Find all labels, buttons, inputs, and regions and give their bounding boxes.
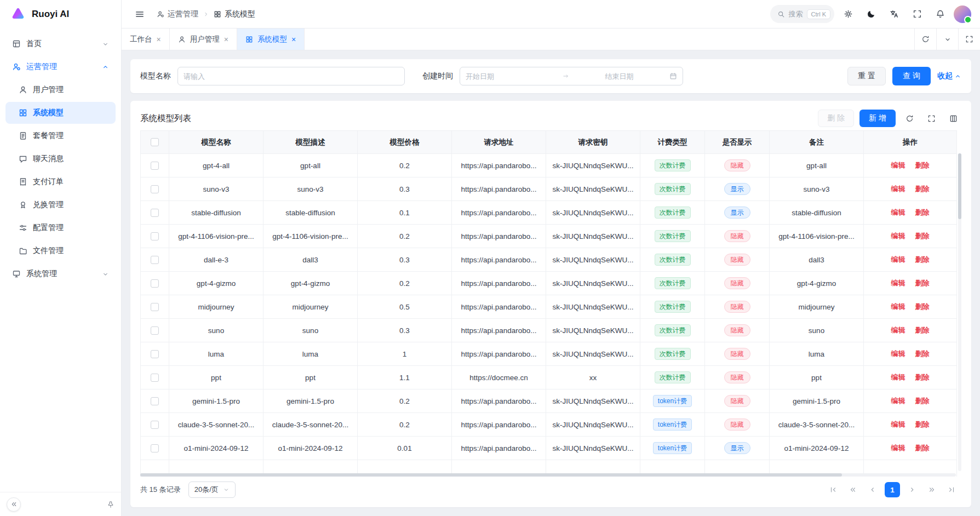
column-settings-button[interactable] [945, 110, 961, 127]
delete-link[interactable]: 删除 [915, 326, 929, 334]
cell-actions: 编辑 删除 [864, 225, 957, 248]
sidebar-item-users[interactable]: 用户管理 [5, 79, 116, 101]
tabs-menu-button[interactable] [936, 28, 958, 50]
delete-link[interactable]: 删除 [915, 185, 929, 193]
close-icon[interactable]: × [157, 36, 161, 43]
row-checkbox[interactable] [151, 326, 159, 335]
tabs-refresh-button[interactable] [914, 28, 936, 50]
sidebar-item-operations[interactable]: 运营管理 [5, 56, 116, 78]
edit-link[interactable]: 编辑 [891, 420, 906, 428]
tabs-maximize-button[interactable] [958, 28, 980, 50]
row-checkbox[interactable] [151, 303, 159, 311]
row-checkbox[interactable] [151, 421, 159, 429]
edit-link[interactable]: 编辑 [891, 373, 906, 381]
select-all-checkbox[interactable] [151, 138, 159, 146]
jump-prev-button[interactable] [845, 482, 861, 497]
sidebar-pin-button[interactable] [107, 501, 114, 508]
tab-user-management[interactable]: 用户管理 × [170, 28, 237, 50]
settings-button[interactable] [839, 5, 857, 24]
row-checkbox[interactable] [151, 374, 159, 382]
global-search[interactable]: 搜索 Ctrl K [770, 5, 835, 23]
page-number-button[interactable]: 1 [885, 482, 900, 497]
sidebar-item-system-management[interactable]: 系统管理 [5, 263, 116, 285]
search-button[interactable]: 查 询 [892, 67, 931, 85]
table-refresh-button[interactable] [901, 110, 918, 127]
next-page-button[interactable] [904, 482, 920, 497]
notifications-button[interactable] [931, 5, 949, 24]
first-page-button[interactable] [826, 482, 841, 497]
prev-page-button[interactable] [865, 482, 880, 497]
edit-link[interactable]: 编辑 [891, 279, 906, 287]
collapse-filters-link[interactable]: 收起 [937, 71, 961, 81]
scrollbar-thumb[interactable] [958, 153, 961, 219]
edit-link[interactable]: 编辑 [891, 397, 906, 405]
sidebar-collapse-button[interactable] [7, 497, 21, 512]
row-checkbox[interactable] [151, 162, 159, 170]
sidebar-item-system-models[interactable]: 系统模型 [5, 102, 116, 124]
jump-next-button[interactable] [924, 482, 939, 497]
edit-link[interactable]: 编辑 [891, 161, 906, 169]
start-date-input[interactable] [466, 72, 559, 81]
edit-link[interactable]: 编辑 [891, 349, 906, 358]
close-icon[interactable]: × [224, 36, 228, 43]
table-fullscreen-button[interactable] [923, 110, 939, 127]
vertical-scrollbar[interactable] [958, 153, 961, 471]
row-checkbox[interactable] [151, 209, 159, 217]
edit-link[interactable]: 编辑 [891, 255, 906, 263]
delete-link[interactable]: 删除 [915, 373, 929, 381]
delete-link[interactable]: 删除 [915, 420, 929, 428]
sidebar-item-redemption[interactable]: 兑换管理 [5, 194, 116, 216]
sidebar-item-packages[interactable]: 套餐管理 [5, 125, 116, 147]
sidebar-item-payment-orders[interactable]: 支付订单 [5, 171, 116, 193]
sidebar-item-config[interactable]: 配置管理 [5, 217, 116, 239]
breadcrumb-operations[interactable]: 运营管理 [157, 9, 198, 19]
cell-billing-type: 次数计费 [640, 319, 705, 342]
edit-link[interactable]: 编辑 [891, 444, 906, 452]
edit-link[interactable]: 编辑 [891, 326, 906, 334]
page-size-select[interactable]: 20条/页 [188, 481, 236, 498]
delete-link[interactable]: 删除 [915, 397, 929, 405]
end-date-input[interactable] [572, 72, 666, 81]
delete-link[interactable]: 删除 [915, 444, 929, 452]
row-checkbox[interactable] [151, 444, 159, 452]
delete-link[interactable]: 删除 [915, 349, 929, 358]
add-button[interactable]: 新 增 [859, 110, 896, 127]
edit-link[interactable]: 编辑 [891, 302, 906, 311]
reset-button[interactable]: 重 置 [847, 67, 886, 85]
model-name-input[interactable] [177, 67, 405, 85]
language-button[interactable] [885, 5, 903, 24]
user-avatar[interactable] [954, 5, 971, 23]
edit-link[interactable]: 编辑 [891, 208, 906, 216]
sidebar-toggle-button[interactable] [130, 5, 149, 24]
tab-system-models[interactable]: 系统模型 × [237, 28, 305, 50]
delete-link[interactable]: 删除 [915, 255, 929, 263]
delete-link[interactable]: 删除 [915, 279, 929, 287]
sidebar-item-files[interactable]: 文件管理 [5, 240, 116, 262]
delete-link[interactable]: 删除 [915, 161, 929, 169]
sidebar-item-chat-messages[interactable]: 聊天消息 [5, 148, 116, 170]
sidebar-item-home[interactable]: 首页 [5, 33, 116, 55]
fullscreen-button[interactable] [908, 5, 926, 24]
delete-link[interactable]: 删除 [915, 302, 929, 311]
tab-workbench[interactable]: 工作台 × [122, 28, 170, 50]
delete-link[interactable]: 删除 [915, 232, 929, 240]
close-icon[interactable]: × [291, 36, 296, 43]
chevron-right-icon [908, 486, 916, 494]
row-checkbox[interactable] [151, 256, 159, 264]
cell-request-url: https://api.pandarobo... [452, 389, 546, 413]
row-checkbox[interactable] [151, 232, 159, 240]
delete-link[interactable]: 删除 [915, 208, 929, 216]
horizontal-scrollbar[interactable] [140, 473, 956, 477]
row-checkbox[interactable] [151, 350, 159, 358]
batch-delete-button[interactable]: 删 除 [818, 110, 854, 127]
edit-link[interactable]: 编辑 [891, 185, 906, 193]
date-range-picker[interactable] [460, 67, 683, 85]
row-checkbox[interactable] [151, 185, 159, 193]
edit-link[interactable]: 编辑 [891, 232, 906, 240]
scrollbar-thumb[interactable] [140, 473, 842, 477]
breadcrumb-system-models[interactable]: 系统模型 [214, 9, 255, 19]
row-checkbox[interactable] [151, 279, 159, 288]
row-checkbox[interactable] [151, 397, 159, 405]
last-page-button[interactable] [944, 482, 959, 497]
theme-toggle-button[interactable] [862, 5, 880, 24]
